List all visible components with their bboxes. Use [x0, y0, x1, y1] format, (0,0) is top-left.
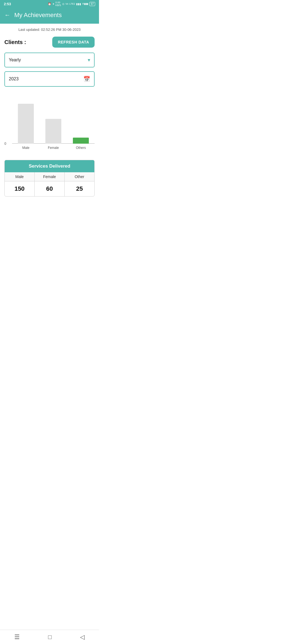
bar-label-female: Female — [44, 146, 63, 150]
services-column-headers: Male Female Other — [5, 172, 94, 181]
status-bar: 2:53 ⏰ ✦ 0.00KB/S ⊙ Vo LTE2 ▮▮▮ R▮▮▮ 97 — [0, 0, 99, 8]
col-header-other: Other — [65, 172, 94, 181]
value-other: 25 — [65, 181, 94, 196]
period-dropdown[interactable]: Yearly ▾ — [4, 53, 95, 67]
date-value: 2023 — [9, 77, 19, 81]
refresh-data-button[interactable]: REFRESH DATA — [52, 37, 95, 48]
services-header: Services Delivered — [5, 160, 94, 172]
bar-female — [45, 119, 61, 144]
value-female: 60 — [35, 181, 65, 196]
chevron-down-icon: ▾ — [88, 57, 90, 63]
bar-group-female: Female — [40, 93, 67, 144]
bar-group-male: Male — [12, 93, 40, 144]
services-values-row: 150 60 25 — [5, 181, 94, 196]
back-button[interactable]: ← — [4, 12, 10, 19]
chart-area: 0 Male Female Others — [4, 93, 95, 144]
bar-chart: 0 Male Female Others — [4, 93, 95, 153]
col-header-female: Female — [35, 172, 65, 181]
date-picker[interactable]: 2023 📅 — [4, 71, 95, 87]
main-content: Last updated: 02:52:26 PM 30-06-2023 Cli… — [0, 24, 99, 206]
col-header-male: Male — [5, 172, 35, 181]
bar-label-male: Male — [16, 146, 35, 150]
calendar-icon: 📅 — [83, 76, 90, 82]
clients-label: Clients : — [4, 39, 26, 45]
y-axis-zero: 0 — [4, 142, 6, 146]
header: ← My Achievements — [0, 8, 99, 24]
bar-male — [18, 104, 34, 144]
bar-label-others: Others — [71, 146, 90, 150]
status-time: 2:53 — [4, 2, 11, 6]
bar-group-others: Others — [67, 93, 95, 144]
last-updated-text: Last updated: 02:52:26 PM 30-06-2023 — [4, 28, 95, 32]
bar-others — [73, 138, 89, 144]
period-dropdown-value: Yearly — [9, 58, 21, 62]
value-male: 150 — [5, 181, 35, 196]
clients-row: Clients : REFRESH DATA — [4, 37, 95, 48]
page-title: My Achievements — [14, 12, 62, 19]
status-icons: ⏰ ✦ 0.00KB/S ⊙ Vo LTE2 ▮▮▮ R▮▮▮ 97 — [48, 1, 95, 7]
services-delivered-table: Services Delivered Male Female Other 150… — [4, 160, 95, 197]
services-title: Services Delivered — [29, 163, 70, 169]
